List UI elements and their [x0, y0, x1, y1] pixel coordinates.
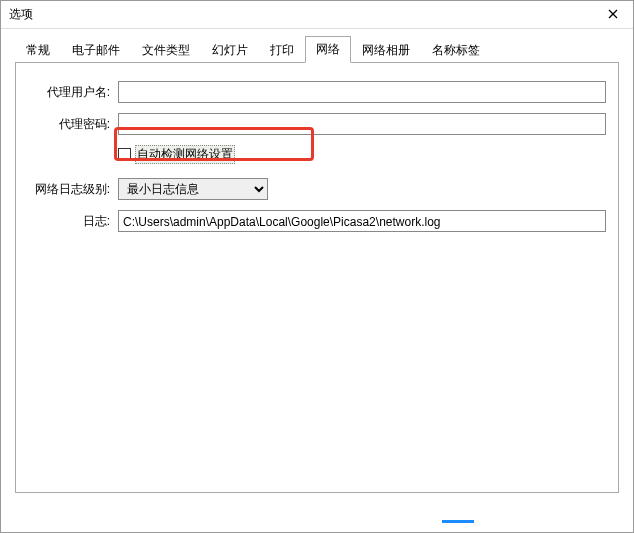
tab-email[interactable]: 电子邮件 — [61, 37, 131, 63]
label-proxy-user: 代理用户名: — [28, 84, 118, 101]
row-autodetect: 自动检测网络设置 — [118, 145, 606, 164]
tab-nametags[interactable]: 名称标签 — [421, 37, 491, 63]
tab-slideshow[interactable]: 幻灯片 — [201, 37, 259, 63]
tab-general[interactable]: 常规 — [15, 37, 61, 63]
label-logpath: 日志: — [28, 213, 118, 230]
accent-bar — [442, 520, 474, 523]
input-proxy-user[interactable] — [118, 81, 606, 103]
select-loglevel[interactable]: 最小日志信息 — [118, 178, 268, 200]
tab-panel-network: 代理用户名: 代理密码: 自动检测网络设置 网络日志级别: 最小日志信息 日志:… — [15, 63, 619, 493]
tab-webalbum[interactable]: 网络相册 — [351, 37, 421, 63]
tabstrip: 常规 电子邮件 文件类型 幻灯片 打印 网络 网络相册 名称标签 — [15, 39, 619, 63]
window-title: 选项 — [9, 6, 33, 23]
tab-print[interactable]: 打印 — [259, 37, 305, 63]
label-proxy-pass: 代理密码: — [28, 116, 118, 133]
row-proxy-user: 代理用户名: — [28, 81, 606, 103]
row-loglevel: 网络日志级别: 最小日志信息 — [28, 178, 606, 200]
content-area: 常规 电子邮件 文件类型 幻灯片 打印 网络 网络相册 名称标签 代理用户名: … — [1, 29, 633, 503]
row-logpath: 日志: C:\Users\admin\AppData\Local\Google\… — [28, 210, 606, 232]
label-autodetect[interactable]: 自动检测网络设置 — [137, 147, 233, 161]
titlebar: 选项 — [1, 1, 633, 29]
field-logpath: C:\Users\admin\AppData\Local\Google\Pica… — [118, 210, 606, 232]
close-icon — [608, 9, 618, 19]
label-loglevel: 网络日志级别: — [28, 181, 118, 198]
checkbox-autodetect[interactable] — [118, 148, 131, 161]
tab-filetype[interactable]: 文件类型 — [131, 37, 201, 63]
row-proxy-pass: 代理密码: — [28, 113, 606, 135]
close-button[interactable] — [593, 1, 633, 29]
checkbox-label-wrap: 自动检测网络设置 — [135, 145, 235, 164]
input-proxy-pass[interactable] — [118, 113, 606, 135]
tab-network[interactable]: 网络 — [305, 36, 351, 63]
